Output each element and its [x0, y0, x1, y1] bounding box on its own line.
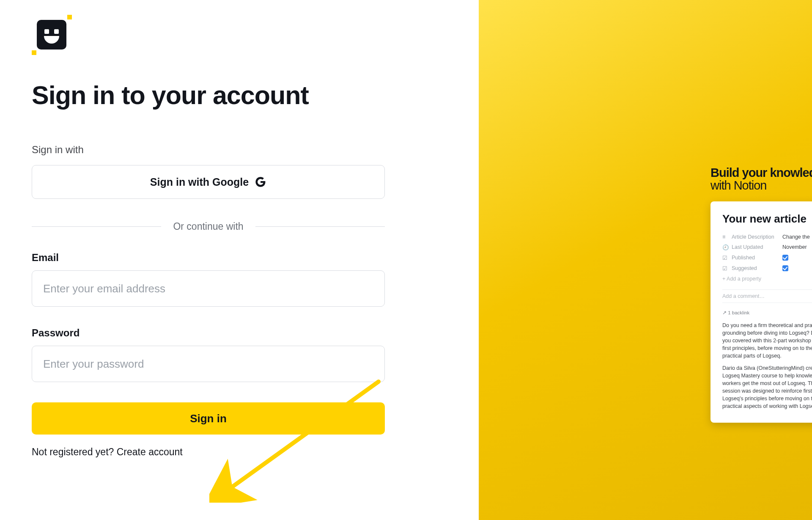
logo-accent-dot: [32, 50, 36, 55]
prop-value: Change the: [782, 234, 810, 240]
promo-heading: Build your knowledge base: [710, 166, 812, 179]
create-account-link[interactable]: Create account: [117, 446, 183, 457]
card-paragraph: Do you need a firm theoretical and pract…: [722, 322, 812, 360]
divider-text: Or continue with: [173, 221, 243, 232]
signup-prompt: Not registered yet? Create account: [32, 446, 385, 458]
checked-checkbox: [782, 265, 788, 271]
promo-subheading: with Notion: [710, 179, 812, 192]
divider-line: [32, 226, 161, 227]
signin-form: Sign in with Sign in with Google Or cont…: [32, 144, 385, 458]
email-field[interactable]: [32, 270, 385, 307]
signup-prompt-text: Not registered yet?: [32, 446, 117, 457]
google-signin-button[interactable]: Sign in with Google: [32, 165, 385, 199]
prop-row-suggested: ☑ Suggested: [722, 265, 812, 272]
logo-accent-dot: [67, 15, 72, 19]
checked-checkbox: [782, 255, 788, 261]
logo-face-icon: [37, 20, 66, 50]
page-title: Sign in to your account: [32, 80, 479, 110]
google-button-label: Sign in with Google: [150, 176, 249, 188]
email-label: Email: [32, 252, 385, 264]
password-label: Password: [32, 327, 385, 339]
prop-label: Published: [732, 255, 778, 261]
signin-panel: Sign in to your account Sign in with Sig…: [0, 0, 479, 520]
text-icon: ≡: [722, 234, 727, 240]
add-property-row: + Add a property: [722, 276, 812, 282]
card-body: Do you need a firm theoretical and pract…: [722, 322, 812, 410]
checkbox-icon: ☑: [722, 265, 727, 272]
prop-row-description: ≡ Article Description Change the: [722, 234, 812, 240]
notion-preview-card: Your new article ≡ Article Description C…: [710, 201, 812, 423]
form-divider: Or continue with: [32, 221, 385, 232]
promo-content: Build your knowledge base with Notion Yo…: [710, 166, 812, 423]
clock-icon: 🕘: [722, 244, 727, 250]
app-logo: [32, 15, 72, 55]
password-field[interactable]: [32, 346, 385, 382]
sign-in-with-label: Sign in with: [32, 144, 385, 156]
add-comment-row: Add a comment…: [722, 289, 812, 303]
divider-line: [255, 226, 385, 227]
prop-row-published: ☑ Published: [722, 255, 812, 261]
prop-row-updated: 🕘 Last Updated November: [722, 244, 812, 250]
signin-button[interactable]: Sign in: [32, 402, 385, 435]
prop-label: Article Description: [732, 234, 778, 240]
promo-panel: Build your knowledge base with Notion Yo…: [479, 0, 812, 520]
card-title: Your new article: [722, 212, 812, 226]
prop-label: Last Updated: [732, 244, 778, 250]
card-paragraph: Dario da Silva (OneStutteringMind) creat…: [722, 364, 812, 410]
google-icon: [255, 176, 266, 188]
prop-label: Suggested: [732, 265, 778, 271]
checkbox-icon: ☑: [722, 255, 727, 261]
backlinks-chip: ↗ 1 backlink: [722, 310, 812, 316]
prop-value: November: [782, 244, 807, 250]
